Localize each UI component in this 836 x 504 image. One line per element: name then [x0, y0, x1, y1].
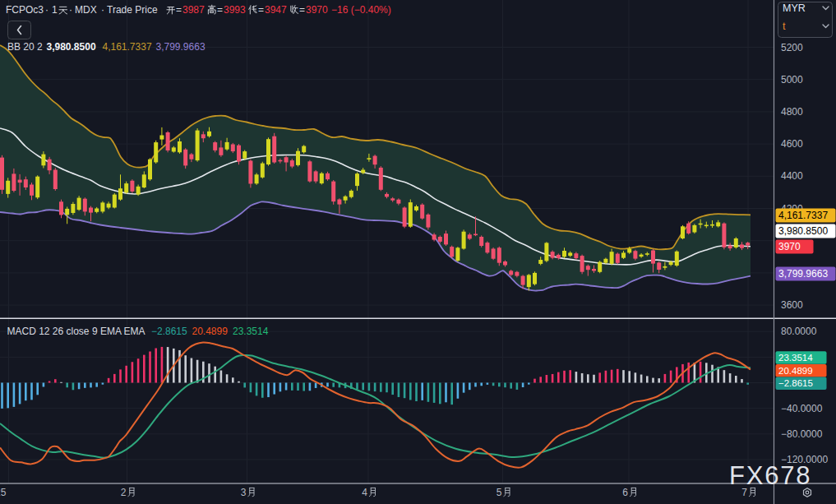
svg-text:3993: 3993: [224, 4, 246, 16]
svg-text:=: =: [176, 4, 182, 16]
svg-text:3,799.9663: 3,799.9663: [778, 268, 828, 280]
svg-text:−16 (−0.40%): −16 (−0.40%): [331, 4, 391, 16]
svg-text:4800: 4800: [781, 106, 803, 118]
svg-text:−2.8615: −2.8615: [151, 326, 187, 337]
svg-text:20.4899: 20.4899: [778, 366, 813, 376]
svg-text:6: 6: [622, 487, 628, 498]
svg-text:3: 3: [241, 487, 247, 498]
svg-text:4: 4: [362, 487, 367, 498]
svg-text:3600: 3600: [781, 299, 803, 311]
svg-text:23.3514: 23.3514: [233, 326, 269, 337]
svg-text:·: ·: [101, 4, 104, 16]
svg-text:2025: 2025: [0, 487, 7, 498]
svg-text:t: t: [783, 21, 786, 32]
svg-text:3970: 3970: [778, 241, 801, 252]
svg-text:5000: 5000: [781, 74, 803, 86]
svg-text:=: =: [299, 4, 305, 16]
svg-text:−80.0000: −80.0000: [781, 428, 823, 440]
svg-text:3,980.8500: 3,980.8500: [778, 225, 828, 237]
svg-text:3947: 3947: [265, 4, 287, 16]
svg-text:80.0000: 80.0000: [781, 326, 817, 337]
svg-text:MDX: MDX: [75, 4, 97, 16]
svg-text:FCPOc3: FCPOc3: [6, 4, 44, 16]
svg-text:5: 5: [497, 487, 502, 498]
svg-text:FX678: FX678: [729, 461, 811, 490]
svg-text:3987: 3987: [182, 4, 205, 16]
svg-text:·: ·: [69, 4, 72, 16]
svg-text:5200: 5200: [781, 42, 803, 53]
svg-text:23.3514: 23.3514: [778, 353, 813, 363]
svg-text:3970: 3970: [306, 4, 328, 16]
svg-text:3,799.9663: 3,799.9663: [156, 41, 206, 53]
svg-text:1: 1: [52, 4, 58, 16]
svg-text:4600: 4600: [781, 138, 803, 150]
svg-text:4400: 4400: [781, 170, 803, 182]
svg-text:2: 2: [121, 487, 127, 498]
svg-text:3,980.8500: 3,980.8500: [47, 41, 96, 53]
svg-text:=: =: [217, 4, 223, 16]
svg-text:MACD 12 26 close 9 EMA EMA: MACD 12 26 close 9 EMA EMA: [7, 326, 145, 337]
svg-text:4,161.7337: 4,161.7337: [103, 41, 152, 53]
svg-text:BB 20 2: BB 20 2: [7, 41, 43, 53]
svg-text:−40.0000: −40.0000: [781, 403, 823, 414]
svg-text:Trade Price: Trade Price: [107, 4, 158, 16]
svg-text:20.4899: 20.4899: [192, 326, 229, 337]
svg-text:4,161.7337: 4,161.7337: [778, 210, 828, 221]
svg-text:−2.8615: −2.8615: [778, 378, 813, 388]
svg-text:MYR: MYR: [783, 2, 806, 14]
svg-text:·: ·: [45, 4, 48, 16]
svg-text:=: =: [258, 4, 264, 16]
